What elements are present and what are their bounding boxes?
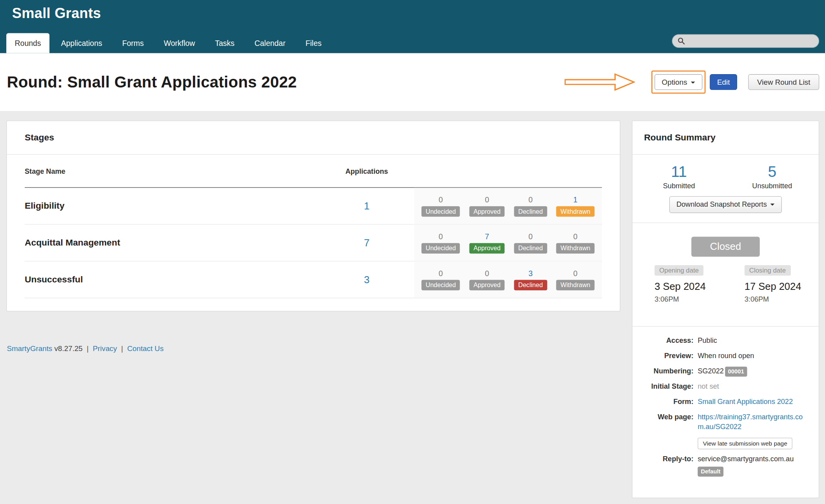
stages-table-header: Stage Name Applications — [25, 155, 602, 187]
annotation-highlight: Options — [651, 70, 705, 94]
stage-status-counts: 0 Undecided 0 Approved 0 Declined — [414, 188, 602, 224]
web-page-link[interactable]: https://training37.smartygrants.com.au/S… — [698, 413, 809, 433]
tab-calendar[interactable]: Calendar — [246, 33, 294, 53]
footer-brand-link[interactable]: SmartyGrants — [7, 344, 52, 352]
round-summary-panel: Round Summary 11 Submitted 5 Unsubmitted… — [632, 120, 819, 498]
withdrawn-badge: Withdrawn — [556, 243, 594, 253]
stage-applications-link[interactable]: 7 — [364, 237, 370, 248]
options-button[interactable]: Options — [654, 74, 702, 90]
undecided-badge: Undecided — [421, 243, 460, 253]
options-button-label: Options — [662, 78, 687, 86]
reply-to-default-badge: Default — [698, 466, 723, 477]
declined-count: 0 — [514, 195, 547, 204]
withdrawn-count: 1 — [556, 195, 594, 204]
submitted-count: 11 — [632, 162, 725, 181]
opening-date-label: Opening date — [654, 265, 703, 276]
reply-to-value: service@smartygrants.com.au — [698, 455, 794, 463]
page-title: Round: Small Grant Applications 2022 — [7, 73, 297, 91]
undecided-count: 0 — [421, 195, 460, 204]
download-snapshot-reports-label: Download Snapshot Reports — [676, 200, 767, 208]
withdrawn-count: 0 — [556, 269, 594, 277]
footer-separator: | — [121, 344, 123, 352]
withdrawn-badge: Withdrawn — [556, 280, 594, 290]
column-header-applications: Applications — [319, 167, 414, 175]
opening-time-value: 3:06PM — [654, 295, 744, 303]
stage-applications-link[interactable]: 1 — [364, 200, 370, 211]
tab-rounds[interactable]: Rounds — [6, 33, 49, 53]
stages-panel-header: Stages — [7, 121, 619, 155]
access-value: Public — [698, 336, 807, 346]
tab-applications[interactable]: Applications — [53, 33, 111, 53]
tab-forms[interactable]: Forms — [114, 33, 152, 53]
approved-badge: Approved — [469, 280, 504, 290]
stage-name: Eligibility — [25, 201, 319, 211]
stages-heading: Stages — [25, 133, 602, 143]
toolbar: Options Edit View Round List — [565, 70, 820, 94]
caret-down-icon — [691, 82, 695, 84]
approved-badge: Approved — [469, 206, 504, 217]
stage-status-counts: 0 Undecided 7 Approved 0 Declined — [414, 225, 602, 261]
stages-table: Stage Name Applications Eligibility 1 0 … — [25, 155, 602, 298]
numbering-badge: 00001 — [725, 367, 747, 377]
access-label: Access: — [644, 336, 694, 346]
closing-time-value: 3:06PM — [745, 295, 814, 303]
initial-stage-label: Initial Stage: — [644, 382, 694, 392]
download-snapshot-reports-button[interactable]: Download Snapshot Reports — [669, 196, 782, 213]
preview-label: Preview: — [644, 351, 694, 361]
web-page-label: Web page: — [644, 413, 694, 433]
undecided-badge: Undecided — [421, 206, 460, 217]
numbering-label: Numbering: — [644, 367, 694, 377]
view-late-submission-button[interactable]: View late submission web page — [698, 438, 792, 449]
undecided-count: 0 — [421, 232, 460, 240]
edit-button[interactable]: Edit — [710, 74, 737, 90]
annotation-arrow-icon — [565, 73, 635, 91]
submitted-label: Submitted — [632, 182, 725, 190]
search-box[interactable] — [672, 34, 820, 48]
closing-date-label: Closing date — [745, 265, 790, 276]
stage-name: Acquittal Management — [25, 238, 319, 248]
stage-status-counts: 0 Undecided 0 Approved 3 Declined — [414, 262, 602, 298]
declined-badge: Declined — [514, 243, 547, 253]
round-summary-heading: Round Summary — [644, 133, 801, 143]
footer-privacy-link[interactable]: Privacy — [93, 344, 117, 352]
declined-count: 0 — [514, 232, 547, 240]
tab-tasks[interactable]: Tasks — [207, 33, 243, 53]
unsubmitted-label: Unsubmitted — [726, 182, 819, 190]
table-row: Eligibility 1 0 Undecided 0 Approved — [25, 188, 602, 225]
form-link[interactable]: Small Grant Applications 2022 — [698, 398, 793, 406]
tab-files[interactable]: Files — [297, 33, 330, 53]
declined-count: 3 — [514, 269, 547, 277]
declined-badge: Declined — [514, 206, 547, 217]
withdrawn-count: 0 — [556, 232, 594, 240]
opening-date-value: 3 Sep 2024 — [654, 281, 744, 293]
form-label: Form: — [644, 397, 694, 407]
primary-nav: Rounds Applications Forms Workflow Tasks… — [6, 33, 333, 53]
reply-to-label: Reply-to: — [644, 455, 694, 477]
closing-date-value: 17 Sep 2024 — [745, 281, 814, 293]
round-status-badge: Closed — [692, 237, 759, 257]
undecided-badge: Undecided — [421, 280, 460, 290]
caret-down-icon — [770, 204, 775, 206]
column-header-stage-name: Stage Name — [25, 167, 319, 175]
round-summary-header: Round Summary — [632, 121, 819, 155]
main-column: Stages Stage Name Applications Eligibili… — [6, 120, 620, 352]
approved-count: 0 — [469, 195, 504, 204]
footer: SmartyGrants v8.27.25 | Privacy | Contac… — [7, 344, 620, 352]
title-band: Round: Small Grant Applications 2022 Opt… — [0, 53, 825, 111]
stage-applications-link[interactable]: 3 — [364, 274, 370, 285]
approved-count: 7 — [469, 232, 504, 240]
search-icon — [677, 37, 685, 45]
footer-separator: | — [87, 344, 89, 352]
stages-panel: Stages Stage Name Applications Eligibili… — [6, 120, 620, 311]
tab-workflow[interactable]: Workflow — [155, 33, 204, 53]
numbering-value: SG2022 — [698, 367, 723, 375]
search-input[interactable] — [688, 37, 813, 45]
app-header: Small Grants Rounds Applications Forms W… — [0, 0, 825, 53]
stage-name: Unsuccessful — [25, 274, 319, 285]
table-row: Acquittal Management 7 0 Undecided 7 App… — [25, 225, 602, 262]
table-row: Unsuccessful 3 0 Undecided 0 Approved — [25, 262, 602, 298]
footer-contact-link[interactable]: Contact Us — [127, 344, 164, 352]
footer-version: v8.27.25 — [54, 344, 82, 352]
submission-stats: 11 Submitted 5 Unsubmitted — [632, 155, 819, 190]
view-round-list-button[interactable]: View Round List — [748, 74, 819, 90]
